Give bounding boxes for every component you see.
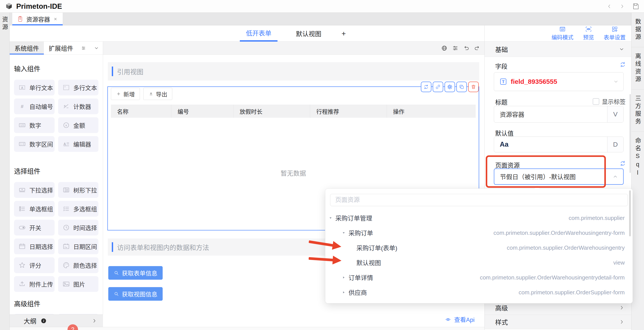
component-attachment-upload[interactable]: 附件上传 — [14, 276, 54, 292]
outline-label: 大纲 — [24, 316, 36, 326]
component-number[interactable]: 数字 — [14, 117, 54, 133]
tree-item-order-detail[interactable]: 订单详情com.primeton.supplier.OrderWarehousi… — [325, 270, 632, 285]
tree-item-purchase-order[interactable]: 采购订单com.primeton.supplier.OrderWarehousi… — [325, 225, 632, 240]
close-icon[interactable] — [53, 17, 58, 21]
column-header-code[interactable]: 编号 — [172, 105, 234, 118]
component-single-line-text[interactable]: 单行文本 — [14, 80, 54, 95]
tab-default-view[interactable]: 默认视图 — [290, 25, 328, 42]
field-refresh-icon[interactable] — [620, 61, 626, 68]
tree-dropdown-icon — [62, 186, 70, 194]
component-switch[interactable]: 开关 — [14, 220, 54, 235]
page-resource-refresh-icon[interactable] — [620, 160, 626, 167]
doc-tab-resource-container[interactable]: 资源容器 — [12, 13, 63, 25]
component-tree-dropdown[interactable]: 树形下拉 — [58, 182, 99, 198]
rail-item-datasource[interactable]: 数据源 — [632, 13, 644, 47]
component-delete-button[interactable] — [468, 82, 479, 92]
component-number-range[interactable]: 数字区间 — [14, 136, 54, 152]
inspector-scrollbar[interactable] — [630, 94, 631, 173]
add-row-button[interactable]: 新增 — [111, 88, 140, 100]
basic-section-header[interactable]: 基础 — [485, 42, 631, 57]
field-select[interactable]: field_89356555 — [494, 72, 624, 91]
caret-open-icon[interactable] — [329, 216, 332, 220]
column-header-trip-recommendation[interactable]: 行程推荐 — [310, 105, 387, 118]
rail-item-thirdparty-services[interactable]: 三方服务 — [632, 90, 644, 132]
title-variable-button[interactable]: V — [607, 106, 624, 122]
component-date-picker[interactable]: 日期选择 — [14, 239, 54, 254]
preview-button[interactable]: 预览 — [583, 26, 594, 41]
component-auto-number[interactable]: 自动编号 — [14, 98, 54, 114]
chevron-right-icon[interactable] — [618, 305, 625, 311]
history-forward-icon[interactable] — [619, 3, 625, 9]
chevron-down-icon[interactable] — [618, 46, 625, 52]
dropdown-search-input[interactable] — [335, 196, 623, 203]
component-rating[interactable]: 评分 — [14, 257, 54, 273]
caret-closed-icon[interactable] — [342, 276, 346, 279]
form-settings-button[interactable]: 表单设置 — [604, 26, 626, 41]
style-section-header[interactable]: 样式 — [485, 315, 631, 329]
chevron-right-icon[interactable] — [618, 319, 625, 325]
i18n-globe-icon[interactable] — [441, 45, 448, 51]
rail-item-named-sql[interactable]: 命名Sql — [632, 132, 644, 183]
component-settings-button[interactable] — [444, 82, 455, 92]
page-resource-select[interactable]: 节假日（被引用）-默认视图 — [494, 168, 624, 185]
title-input[interactable]: 资源容器 V — [494, 106, 624, 123]
palette-collapse-chevron-down-icon[interactable] — [94, 45, 99, 51]
title-input-value[interactable]: 资源容器 — [494, 106, 607, 122]
component-radio-group[interactable]: 单选框组 — [14, 201, 54, 217]
get-view-info-button[interactable]: 获取视图信息 — [108, 287, 163, 301]
component-dropdown-select[interactable]: 下拉选择 — [14, 182, 54, 198]
section-title-input: 输入组件 — [14, 63, 98, 73]
chevron-down-icon[interactable] — [613, 79, 619, 85]
history-back-icon[interactable] — [606, 3, 612, 9]
component-sync-button[interactable] — [421, 82, 432, 92]
component-color-picker[interactable]: 颜色选择 — [58, 257, 99, 273]
default-value-text[interactable]: Aa — [494, 137, 607, 152]
dropdown-scrollbar[interactable] — [629, 190, 631, 236]
rail-item-offline-resources[interactable]: 离线资源 — [632, 47, 644, 90]
column-header-actions[interactable]: 操作 — [387, 105, 476, 118]
caret-closed-icon[interactable] — [342, 291, 346, 294]
component-date-range[interactable]: 日期区间 — [58, 239, 99, 254]
undo-icon[interactable] — [463, 45, 470, 51]
export-button[interactable]: 导出 — [143, 88, 172, 100]
save-icon[interactable] — [632, 2, 640, 10]
form-settings-icon — [611, 26, 618, 32]
component-money[interactable]: 金额 — [58, 117, 99, 133]
eye-icon — [445, 317, 451, 323]
column-header-name[interactable]: 名称 — [111, 105, 172, 118]
component-image[interactable]: 图片 — [58, 276, 99, 292]
tree-item-purchase-order-mgmt[interactable]: 采购订单管理com.primeton.supplier — [325, 210, 632, 225]
tab-system-components[interactable]: 系统组件 — [10, 42, 44, 54]
canvas-config-icon[interactable] — [452, 45, 458, 51]
chevron-up-icon[interactable] — [612, 173, 618, 180]
tree-item-purchase-order-form[interactable]: 采购订单(表单)com.primeton.supplier.OrderWareh… — [325, 240, 632, 255]
component-counter[interactable]: 计数器 — [58, 98, 99, 114]
tree-item-default-view[interactable]: 默认视图view — [325, 255, 632, 270]
component-copy-button[interactable] — [456, 82, 467, 92]
show-label-checkbox[interactable] — [593, 98, 599, 105]
outline-bar[interactable]: 大纲 — [10, 315, 103, 327]
component-palette: 系统组件 扩展组件 输入组件 单行文本 多行文本 自动编号 计数器 数字 金额 … — [10, 42, 103, 315]
outline-expand-chevron-right-icon[interactable] — [91, 318, 97, 324]
default-variable-button[interactable]: D — [607, 137, 624, 152]
tree-item-supplier[interactable]: 供应商com.primeton.supplier.OrderSupplier-f… — [325, 285, 632, 300]
tab-low-code-form[interactable]: 低开表单 — [240, 25, 278, 42]
redo-icon[interactable] — [474, 45, 480, 51]
component-time-picker[interactable]: 时间选择 — [58, 220, 99, 235]
left-rail-resources-tab[interactable]: 资源 — [0, 16, 9, 31]
component-link-button[interactable] — [433, 82, 443, 92]
tab-extension-components[interactable]: 扩展组件 — [44, 42, 78, 54]
component-list-icon[interactable] — [81, 46, 86, 51]
component-checkbox-group[interactable]: 多选框组 — [58, 201, 99, 217]
get-form-info-button[interactable]: 获取表单信息 — [108, 266, 163, 280]
code-mode-label: 编码模式 — [552, 33, 574, 41]
default-value-input[interactable]: Aa D — [494, 137, 624, 152]
component-editor[interactable]: 编辑器 — [58, 136, 99, 152]
add-view-tab-button[interactable]: + — [340, 25, 348, 42]
code-mode-button[interactable]: 编码模式 — [552, 26, 574, 41]
dropdown-search-box[interactable] — [330, 194, 628, 206]
column-header-holiday-duration[interactable]: 放假时长 — [234, 105, 310, 118]
view-api-link[interactable]: 查看Api — [445, 315, 474, 324]
caret-open-icon[interactable] — [342, 231, 346, 235]
component-multi-line-text[interactable]: 多行文本 — [58, 80, 99, 95]
